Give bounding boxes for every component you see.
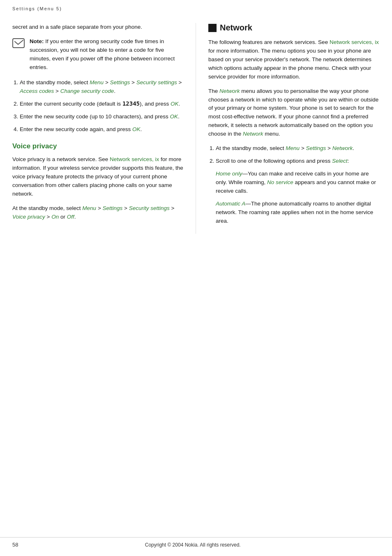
voice-privacy-para1: Voice privacy is a network service. See … [12,155,183,198]
page: Settings (Menu 5) secret and in a safe p… [0,0,392,556]
vp-on: On [51,214,59,220]
vp-menu: Menu [82,205,96,211]
network-section-title: Network [208,23,380,32]
footer-page-number: 58 [12,542,18,548]
option-automatic-a: Automatic A—The phone automatically roam… [216,200,380,226]
list-item: At the standby mode, select Menu > Setti… [20,78,183,96]
note-icon [12,38,25,49]
menu-path-4: Access codes [20,88,54,94]
footer-copyright: Copyright © 2004 Nokia. All rights reser… [18,542,367,548]
vp-off: Off [67,214,74,220]
network-italic-1: Network [219,88,240,94]
voice-privacy-title: Voice privacy [12,142,183,150]
header-title: Settings (Menu 5) [12,6,62,11]
left-steps-list: At the standby mode, select Menu > Setti… [12,78,183,134]
menu-path-2: Settings [110,79,130,85]
list-item: Scroll to one of the following options a… [216,157,380,225]
svg-rect-0 [13,39,24,48]
footer: 58 Copyright © 2004 Nokia. All rights re… [0,537,392,548]
network-icon [208,24,217,32]
home-only-label: Home only [216,171,242,177]
network-italic-2: Network [243,131,263,137]
network-para1: The following features are network servi… [208,38,380,81]
ok-label-1: OK [171,101,179,107]
ok-label-3: OK [132,126,141,132]
network-services-link-2[interactable]: Network services, ix [330,39,379,45]
r-network: Network [332,145,353,151]
r-select: Select [332,158,348,164]
note-box: Note: If you enter the wrong security co… [12,37,183,72]
default-code: 12345 [122,100,140,107]
list-item: Enter the current security code (default… [20,99,183,108]
voice-privacy-para2: At the standby mode, select Menu > Setti… [12,204,183,221]
vp-settings: Settings [103,205,123,211]
left-column: secret and in a safe place separate from… [12,23,196,234]
list-item: Enter the new security code (up to 10 ch… [20,113,183,121]
ok-label-2: OK [170,113,178,120]
vp-voice: Voice privacy [12,214,45,220]
right-column: Network The following features are netwo… [196,23,380,234]
menu-path-5: Change security code [60,88,114,94]
note-body: If you enter the wrong security code fiv… [30,38,175,70]
list-item: At the standby mode, select Menu > Setti… [216,144,380,153]
header-bar: Settings (Menu 5) [0,0,392,15]
menu-path-3: Security settings [136,79,177,85]
no-service-label: No service [267,179,293,185]
network-para2: The Network menu allows you to personali… [208,87,380,139]
network-title-text: Network [220,23,252,32]
automatic-a-label: Automatic A [216,201,245,207]
note-label: Note: [30,38,44,44]
left-intro: secret and in a safe place separate from… [12,23,183,32]
right-steps-list: At the standby mode, select Menu > Setti… [208,144,380,225]
option-home-only: Home only—You can make and receive calls… [216,170,380,196]
vp-security: Security settings [129,205,170,211]
note-text: Note: If you enter the wrong security co… [30,37,183,72]
r-menu: Menu [286,145,300,151]
voice-privacy-section: Voice privacy Voice privacy is a network… [12,142,183,221]
r-settings: Settings [306,145,326,151]
list-item: Enter the new security code again, and p… [20,125,183,134]
content-area: secret and in a safe place separate from… [0,15,392,246]
network-services-link-1[interactable]: Network services, ix [110,156,159,162]
menu-path-1: Menu [90,79,104,85]
